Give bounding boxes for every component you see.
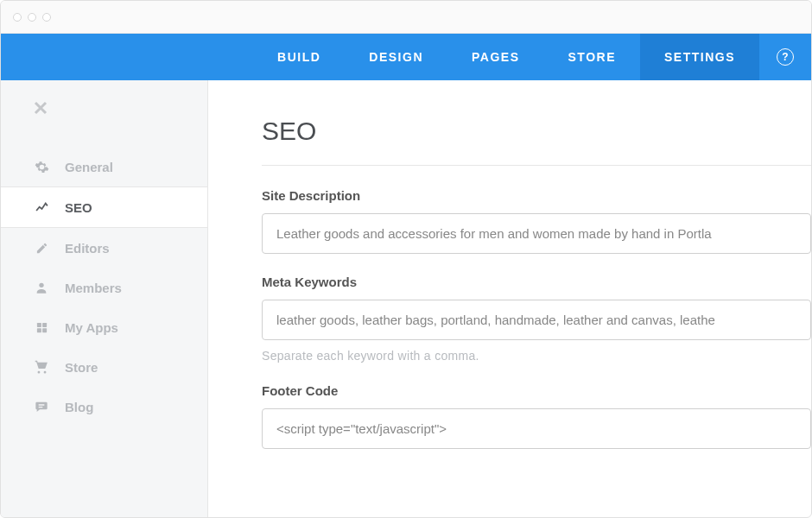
nav-pages[interactable]: PAGES bbox=[447, 34, 543, 80]
sidebar-item-label: General bbox=[65, 160, 113, 174]
footer-code-input[interactable] bbox=[262, 408, 811, 449]
sidebar-item-myapps[interactable]: My Apps bbox=[1, 307, 207, 347]
main-content: SEO Site Description Meta Keywords Separ… bbox=[208, 80, 811, 518]
sidebar-item-store[interactable]: Store bbox=[1, 347, 207, 387]
top-navigation: BUILD DESIGN PAGES STORE SETTINGS ? bbox=[1, 34, 811, 80]
nav-store[interactable]: STORE bbox=[544, 34, 640, 80]
site-description-input[interactable] bbox=[262, 213, 811, 254]
gear-icon bbox=[34, 159, 49, 174]
footer-code-label: Footer Code bbox=[262, 383, 811, 398]
svg-rect-4 bbox=[42, 328, 47, 332]
sidebar-item-seo[interactable]: SEO bbox=[1, 186, 207, 228]
svg-rect-3 bbox=[36, 328, 41, 332]
sidebar-item-label: Members bbox=[65, 281, 122, 295]
pencil-icon bbox=[34, 240, 49, 256]
chart-line-icon bbox=[34, 199, 49, 215]
meta-keywords-label: Meta Keywords bbox=[262, 275, 811, 289]
site-description-field: Site Description bbox=[262, 188, 811, 254]
nav-design[interactable]: DESIGN bbox=[345, 34, 447, 80]
svg-rect-2 bbox=[42, 322, 47, 326]
cart-icon bbox=[34, 359, 49, 375]
sidebar: General SEO Editors Members My Apps bbox=[1, 80, 208, 518]
help-button[interactable]: ? bbox=[759, 34, 811, 80]
close-icon bbox=[34, 101, 48, 115]
sidebar-item-label: My Apps bbox=[65, 320, 118, 335]
chat-icon bbox=[34, 399, 49, 414]
svg-rect-1 bbox=[36, 322, 41, 326]
sidebar-item-general[interactable]: General bbox=[1, 147, 207, 186]
svg-point-0 bbox=[39, 283, 43, 287]
sidebar-close-button[interactable] bbox=[1, 80, 207, 147]
meta-keywords-field: Meta Keywords Separate each keyword with… bbox=[262, 275, 811, 363]
person-icon bbox=[34, 280, 49, 295]
page-title: SEO bbox=[262, 117, 811, 146]
help-icon: ? bbox=[777, 48, 794, 66]
window-minimize-dot[interactable] bbox=[28, 13, 36, 22]
window-close-dot[interactable] bbox=[13, 13, 22, 22]
footer-code-field: Footer Code bbox=[262, 383, 811, 449]
sidebar-item-label: Blog bbox=[65, 400, 93, 414]
section-divider bbox=[262, 165, 811, 166]
nav-settings[interactable]: SETTINGS bbox=[640, 34, 759, 80]
site-description-label: Site Description bbox=[262, 188, 811, 203]
meta-keywords-input[interactable] bbox=[262, 300, 811, 340]
nav-build[interactable]: BUILD bbox=[253, 34, 345, 80]
meta-keywords-hint: Separate each keyword with a comma. bbox=[262, 349, 811, 363]
sidebar-item-blog[interactable]: Blog bbox=[1, 387, 207, 426]
grid-icon bbox=[34, 319, 49, 335]
sidebar-item-members[interactable]: Members bbox=[1, 268, 207, 307]
sidebar-item-label: Store bbox=[65, 360, 98, 375]
window-maximize-dot[interactable] bbox=[42, 13, 51, 22]
sidebar-item-label: Editors bbox=[65, 241, 110, 256]
sidebar-item-label: SEO bbox=[65, 200, 92, 215]
window-titlebar bbox=[1, 1, 811, 34]
sidebar-item-editors[interactable]: Editors bbox=[1, 228, 207, 268]
